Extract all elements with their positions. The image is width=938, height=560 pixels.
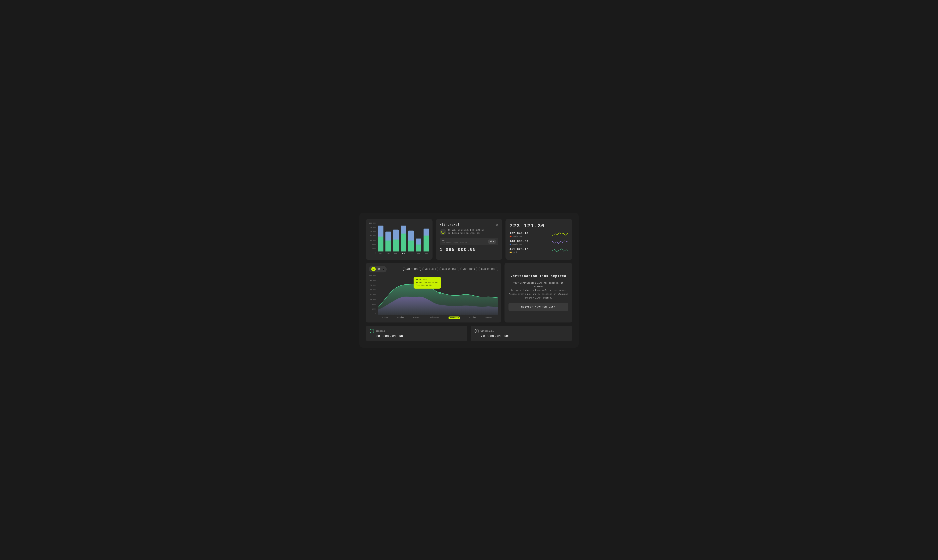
- bar-group-tue: Tue: [385, 232, 391, 254]
- chart-header: R$ BRL ▾ Last 7 days Last week Last 30 d…: [369, 266, 498, 272]
- withdrawal-bottom-icon: ↻: [475, 329, 479, 333]
- x-label-tuesday: Tuesday: [413, 317, 421, 319]
- brl-label: BRL: [442, 240, 467, 242]
- currency-code: BRL: [377, 268, 381, 271]
- verification-title: Verification link expired: [511, 274, 566, 278]
- withdrawal-bottom-header: ↻ Withdrawal: [475, 329, 568, 333]
- x-axis-labels: Sunday Monday Tuesday Wednesday Thursday…: [377, 317, 498, 319]
- main-balance: 723 121.30: [509, 223, 568, 229]
- apple-pay-label: 🍎 Apple pay: [509, 235, 552, 237]
- card-sparkline: [552, 248, 568, 254]
- withdrawal-title: Withdrawal: [440, 223, 460, 226]
- bar-top-mon: [378, 226, 383, 237]
- close-button[interactable]: ✕: [496, 223, 498, 227]
- stat-row-google: 140 000.00 G Google pay: [509, 240, 568, 246]
- withdrawal-description: It will be executed at 6:00 pm or during…: [448, 229, 484, 235]
- stats-card: 723 121.30 132 049.18 🍎 Apple pay 140 00: [506, 219, 572, 260]
- filter-tab-lastweek[interactable]: Last week: [422, 267, 438, 271]
- currency-selector[interactable]: R$ BRL ▾: [369, 266, 387, 272]
- google-pay-value: 140 000.00: [509, 240, 552, 243]
- bar-bottom-thu: [401, 234, 406, 251]
- filter-tab-30days[interactable]: Last 30 days: [440, 267, 459, 271]
- bar-stack-thu: [401, 226, 406, 251]
- verification-description: Your verification link has expired. It e…: [509, 281, 568, 300]
- verification-card: Verification link expired Your verificat…: [504, 263, 572, 323]
- bottom-row: ↓ Deposit 90 000.01 BRL ↻ Withdrawal 70 …: [366, 326, 572, 341]
- filter-tab-7days[interactable]: Last 7 days: [403, 267, 421, 271]
- withdrawal-desc: It will be executed at 6:00 pm or during…: [440, 229, 498, 235]
- thursday-dot: [439, 292, 441, 294]
- withdrawal-icon: [440, 229, 446, 235]
- deposit-label: Deposit: [376, 330, 385, 332]
- withdrawal-amount: 1 095 000.05: [440, 247, 498, 252]
- bar-top-sat: [416, 238, 421, 245]
- tooltip-date: 18-10-2023: [416, 278, 438, 281]
- withdrawal-card: Withdrawal ✕ It will be executed at 6:00…: [436, 219, 503, 260]
- deposit-card: ↓ Deposit 90 000.01 BRL: [366, 326, 467, 341]
- bar-bottom-mon: [378, 237, 383, 251]
- card-value: 451 023.12: [509, 248, 552, 251]
- deposit-amount: 90 000.01 BRL: [376, 334, 463, 338]
- brl-row: BRL 22p-63eb87-24hgh87-6368987 R$ ▾: [440, 238, 498, 245]
- brl-badge: R$ ▾: [488, 240, 496, 244]
- apple-pay-value: 132 049.18: [509, 232, 552, 235]
- bar-top-thu: [401, 226, 406, 234]
- tooltip-amount: Amount: 90 000.00 BRL: [416, 281, 438, 284]
- bar-group-sun: Sun: [423, 229, 429, 254]
- bar-stack-mon: [378, 226, 383, 251]
- bar-label-tue: Tue: [387, 252, 390, 254]
- x-label-wednesday: Wednesday: [430, 317, 440, 319]
- bar-bottom-sat: [416, 245, 421, 251]
- y-axis: 155 000 75 000 50 000 25 000 10 000 5000…: [369, 222, 377, 254]
- bar-stack-tue: [386, 232, 391, 251]
- bar-stack-fri: [408, 231, 414, 251]
- bar-label-wed: Wed: [394, 252, 397, 254]
- bar-stack-sat: [416, 238, 421, 251]
- brl-address: 22p-63eb87-24hgh87-6368987: [442, 242, 467, 243]
- area-chart-wrapper: 100 000 90 000 75 000 50 000 25 000 10 0…: [369, 275, 498, 316]
- apple-pay-sparkline: [552, 232, 568, 238]
- brl-info: BRL 22p-63eb87-24hgh87-6368987: [442, 240, 467, 243]
- bar-label-sat: Sat: [417, 252, 420, 254]
- bar-label-mon: Mon: [379, 252, 382, 254]
- chevron-down-icon: ▾: [493, 240, 495, 243]
- bar-bottom-sun: [424, 235, 429, 251]
- stat-row-card: 451 023.12 💳 Card: [509, 248, 568, 254]
- bar-bottom-tue: [386, 240, 391, 251]
- area-y-axis: 100 000 90 000 75 000 50 000 25 000 10 0…: [369, 275, 377, 315]
- deposit-header: ↓ Deposit: [370, 329, 463, 333]
- withdrawal-bottom-label: Withdrawal: [481, 330, 494, 332]
- withdrawal-header: Withdrawal ✕: [440, 223, 498, 227]
- bar-stack-sun: [424, 229, 429, 251]
- bar-label-thu: Thu: [402, 252, 405, 254]
- currency-badge: R$: [371, 267, 376, 271]
- bar-label-fri: Fri: [410, 252, 412, 254]
- x-label-thursday: Thursday: [449, 317, 460, 319]
- dropdown-icon: ▾: [383, 267, 384, 271]
- x-label-friday: Friday: [469, 317, 476, 319]
- filter-tab-90days[interactable]: Last 90 days: [478, 267, 498, 271]
- bar-top-tue: [386, 232, 391, 240]
- area-chart-card: R$ BRL ▾ Last 7 days Last week Last 30 d…: [366, 263, 501, 323]
- bar-group-thu: Thu: [400, 226, 406, 254]
- filter-tab-lastmonth[interactable]: Last month: [460, 267, 477, 271]
- google-pay-label: G Google pay: [509, 243, 552, 246]
- tooltip-fee: Fee: 900.00 BRL: [416, 284, 438, 287]
- stat-row-apple: 132 049.18 🍎 Apple pay: [509, 232, 568, 238]
- card-label: 💳 Card: [509, 251, 552, 254]
- bar-chart-card: 155 000 75 000 50 000 25 000 10 000 5000…: [366, 219, 432, 260]
- bar-top-wed: [393, 229, 398, 240]
- bar-bottom-fri: [408, 240, 414, 251]
- bar-top-sun: [424, 229, 429, 235]
- bar-group-fri: Fri: [408, 231, 414, 254]
- bar-bottom-wed: [393, 240, 398, 251]
- middle-row: R$ BRL ▾ Last 7 days Last week Last 30 d…: [366, 263, 572, 323]
- withdrawal-bottom-amount: 70 000.01 BRL: [481, 334, 568, 338]
- deposit-icon: ↓: [370, 329, 374, 333]
- google-pay-sparkline: [552, 240, 568, 246]
- request-another-link-button[interactable]: REQUEST ANOTHER LINK: [509, 303, 568, 311]
- card-icon: 💳: [509, 251, 512, 254]
- google-icon: G: [509, 243, 511, 246]
- bar-top-fri: [408, 231, 414, 240]
- x-label-saturday: Saturday: [485, 317, 494, 319]
